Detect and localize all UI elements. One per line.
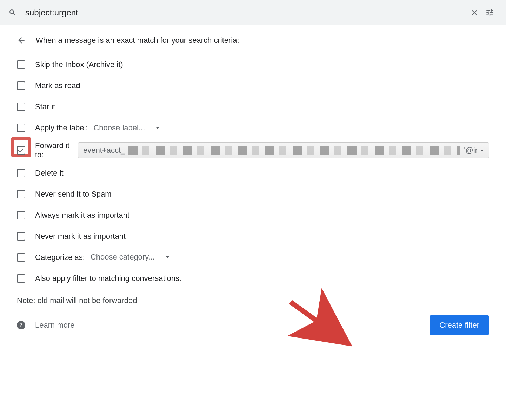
help-icon[interactable]: ? (17, 321, 25, 329)
option-never-spam: Never send it to Spam (17, 186, 489, 202)
label-always-important: Always mark it as important (35, 211, 129, 220)
caret-down-icon (155, 127, 160, 129)
dropdown-choose-label[interactable]: Choose label... (91, 122, 162, 134)
caret-down-icon (165, 256, 169, 258)
option-also-apply: Also apply filter to matching conversati… (17, 271, 489, 286)
label-also-apply: Also apply filter to matching conversati… (35, 274, 181, 283)
create-filter-button[interactable]: Create filter (430, 315, 489, 335)
option-mark-read: Mark as read (17, 78, 489, 93)
option-never-important: Never mark it as important (17, 229, 489, 244)
option-skip-inbox: Skip the Inbox (Archive it) (17, 57, 489, 72)
option-forward: Forward it to: event+acct_ '@ir (17, 141, 489, 160)
option-categorize: Categorize as: Choose category... (17, 250, 489, 265)
dropdown-choose-label-text: Choose label... (93, 123, 145, 132)
back-arrow-icon[interactable] (17, 36, 26, 45)
checkbox-skip-inbox[interactable] (17, 60, 25, 69)
panel-title: When a message is an exact match for you… (36, 36, 239, 45)
forward-address-suffix: '@ir (464, 146, 484, 155)
checkbox-forward[interactable] (17, 146, 25, 155)
clear-search-button[interactable] (467, 5, 482, 20)
label-delete-it: Delete it (35, 169, 64, 178)
label-categorize: Categorize as: (35, 253, 85, 262)
caret-down-icon (480, 150, 484, 151)
filter-panel: When a message is an exact match for you… (0, 25, 506, 349)
label-star-it: Star it (35, 102, 55, 111)
label-never-important: Never mark it as important (35, 232, 126, 241)
search-icon (8, 8, 17, 17)
label-never-spam: Never send it to Spam (35, 190, 112, 199)
search-options-button[interactable] (482, 5, 498, 20)
option-star-it: Star it (17, 99, 489, 114)
forward-note: Note: old mail will not be forwarded (17, 296, 489, 305)
checkbox-apply-label[interactable] (17, 124, 25, 132)
checkbox-star-it[interactable] (17, 103, 25, 111)
label-skip-inbox: Skip the Inbox (Archive it) (35, 60, 123, 69)
option-apply-label: Apply the label: Choose label... (17, 120, 489, 136)
option-always-important: Always mark it as important (17, 208, 489, 223)
search-input[interactable] (17, 8, 467, 18)
dropdown-choose-category-text: Choose category... (91, 252, 155, 262)
close-icon (470, 8, 479, 17)
checkbox-never-spam[interactable] (17, 190, 25, 198)
checkbox-never-important[interactable] (17, 232, 25, 241)
tune-icon (485, 8, 494, 17)
option-delete-it: Delete it (17, 165, 489, 181)
dropdown-choose-category[interactable]: Choose category... (88, 251, 172, 263)
learn-more-link[interactable]: Learn more (35, 321, 75, 330)
redacted-text (128, 146, 460, 155)
forward-address-select[interactable]: event+acct_ '@ir (78, 142, 489, 158)
label-forward: Forward it to: (35, 141, 74, 160)
panel-header: When a message is an exact match for you… (17, 36, 489, 45)
search-bar (0, 0, 506, 25)
forward-address-prefix: event+acct_ (83, 146, 125, 155)
checkbox-categorize[interactable] (17, 253, 25, 262)
label-apply-label: Apply the label: (35, 123, 88, 132)
checkbox-also-apply[interactable] (17, 274, 25, 283)
checkbox-mark-read[interactable] (17, 81, 25, 90)
label-mark-read: Mark as read (35, 81, 80, 90)
checkbox-delete-it[interactable] (17, 169, 25, 177)
panel-footer: ? Learn more Create filter (17, 315, 489, 335)
checkbox-always-important[interactable] (17, 211, 25, 219)
